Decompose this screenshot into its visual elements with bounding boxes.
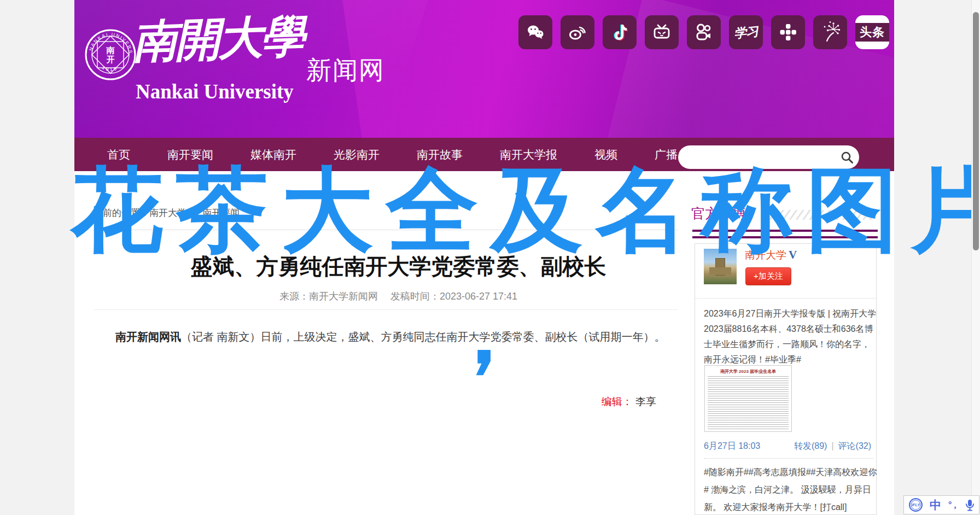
douyin-icon[interactable] — [603, 15, 637, 49]
nav-item-stories[interactable]: 南开故事 — [417, 147, 463, 162]
people-plus-icon[interactable] — [771, 15, 805, 49]
post-line: # 渤海之滨，白河之津。 汲汲駸駸，月异日 — [704, 481, 874, 499]
ime-toolbar: iFLY 中 °， — [903, 495, 979, 514]
article-body-text: （记者 南新文）日前，上级决定，盛斌、方勇纯同志任南开大学党委常委、副校长（试用… — [181, 331, 666, 343]
university-logo-calligraphy: 南開大學 — [132, 13, 314, 64]
repost-link[interactable]: 转发(89) — [794, 441, 827, 450]
comment-link[interactable]: 评论(32) — [838, 441, 871, 450]
svg-text:1919: 1919 — [101, 65, 119, 72]
editor-label: 编辑： — [602, 396, 633, 407]
nav-item-media[interactable]: 媒体南开 — [250, 147, 296, 162]
webpage: NANKAI UNIVERSITY 1919 南 开 南開大學 Nankai U… — [74, 0, 894, 515]
post-line: 士毕业生循梦而行，一路顺风！你的名字， — [704, 337, 874, 352]
newspaper-caption: 南开大学 2023 届毕业生名单 — [708, 368, 789, 374]
post-line: 新。 欢迎大家报考南开大学！[打call] — [704, 499, 874, 515]
post-date-link[interactable]: 6月27日 18:03 — [704, 441, 760, 452]
university-logo-english: Nankai University — [136, 80, 294, 103]
article-title: 盛斌、方勇纯任南开大学党委常委、副校长 — [94, 251, 703, 282]
article-title-divider — [94, 309, 678, 310]
nav-item-home[interactable]: 首页 — [107, 147, 130, 162]
scrollbar-thumb[interactable] — [973, 12, 979, 250]
nav-item-newspaper[interactable]: 南开大学报 — [500, 147, 557, 162]
nav-item-video[interactable]: 视频 — [594, 147, 617, 162]
weibo-icon[interactable] — [561, 15, 594, 49]
browser-viewport: NANKAI UNIVERSITY 1919 南 开 南開大學 Nankai U… — [0, 0, 980, 515]
ime-language-toggle[interactable]: 中 — [930, 499, 941, 511]
breadcrumb[interactable]: 当前的位置：南开大学 >> 南开要闻 — [94, 207, 240, 219]
nav-item-news[interactable]: 南开要闻 — [167, 147, 213, 162]
editor-name: 李享 — [635, 396, 656, 407]
svg-text:南: 南 — [106, 45, 115, 55]
separator: | — [831, 441, 833, 450]
mic-icon[interactable] — [965, 499, 975, 511]
weibo-avatar[interactable] — [704, 249, 737, 284]
weibo-post-divider — [704, 458, 873, 459]
article-meta: 来源：南开大学新闻网 发稿时间：2023-06-27 17:41 — [94, 290, 703, 303]
ime-punctuation-toggle[interactable]: °， — [948, 501, 958, 510]
article-source: 来源：南开大学新闻网 — [279, 291, 378, 302]
search-input[interactable] — [689, 151, 835, 163]
ifly-logo-icon[interactable]: iFLY — [909, 498, 923, 512]
nav-item-photo[interactable]: 光影南开 — [334, 147, 380, 162]
post-line: 2023年6月27日南开大学报专版 | 祝南开大学 — [704, 306, 874, 321]
post-line: #随影南开##高考志愿填报##天津高校欢迎你 — [704, 464, 874, 481]
bilibili-icon[interactable] — [645, 15, 679, 49]
sidebar-title-stripes — [762, 210, 876, 220]
dandelion-icon[interactable] — [813, 15, 847, 49]
university-seal-icon: NANKAI UNIVERSITY 1919 南 开 — [84, 28, 137, 81]
nav-item-radio[interactable]: 广播 — [655, 147, 678, 162]
site-name: 新闻网 — [306, 54, 385, 87]
wechat-icon[interactable] — [518, 15, 552, 49]
sidebar-title-rule — [692, 236, 878, 238]
weibo-post-1: 2023年6月27日南开大学报专版 | 祝南开大学 2023届8816名本科、4… — [704, 306, 874, 367]
weibo-account-name[interactable]: 南开大学V — [745, 248, 797, 262]
weibo-post-2: #随影南开##高考志愿填报##天津高校欢迎你 # 渤海之滨，白河之津。 汲汲駸駸… — [704, 464, 874, 515]
sidebar-title-rule — [692, 230, 878, 232]
newspaper-columns — [708, 376, 789, 429]
social-icons-row: 学习 — [518, 15, 889, 49]
site-header-banner: NANKAI UNIVERSITY 1919 南 开 南開大學 Nankai U… — [74, 0, 894, 138]
verified-badge-icon: V — [789, 248, 797, 261]
follow-button[interactable]: +加关注 — [745, 267, 791, 285]
kuaishou-icon[interactable] — [687, 15, 721, 49]
article-body: 南开新闻网讯（记者 南新文）日前，上级决定，盛斌、方勇纯同志任南开大学党委常委、… — [94, 328, 687, 346]
post-image-thumbnail[interactable]: 南开大学 2023 届毕业生名单 — [704, 365, 792, 432]
editor-line: 编辑： 李享 — [94, 395, 656, 409]
xuexi-icon[interactable]: 学习 — [729, 15, 763, 49]
post-line: 2023届8816名本科、4378名硕士和636名博 — [704, 321, 874, 337]
article-time: 发稿时间：2023-06-27 17:41 — [390, 291, 517, 302]
article-body-lead: 南开新闻网讯 — [115, 331, 181, 343]
toutiao-icon[interactable]: 头条 — [855, 15, 889, 49]
search-box — [678, 145, 859, 169]
svg-text:开: 开 — [106, 55, 115, 64]
scrollbar-track[interactable] — [971, 0, 980, 515]
weibo-profile-divider — [695, 298, 876, 299]
sidebar-weibo-title: 官方微博 — [691, 204, 746, 223]
breadcrumb-divider — [94, 230, 678, 230]
search-icon[interactable] — [835, 145, 859, 169]
weibo-post-footer: 6月27日 18:03 转发(89)|评论(32) — [704, 441, 871, 452]
